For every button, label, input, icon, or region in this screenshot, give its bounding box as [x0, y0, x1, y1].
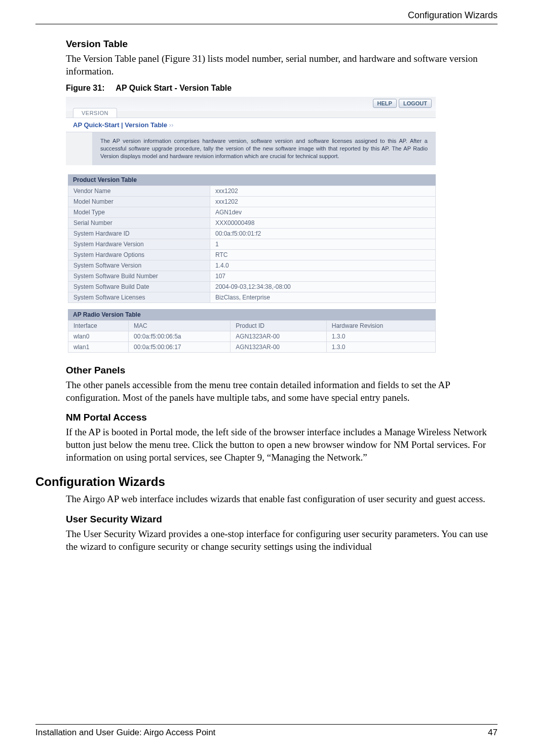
running-header: Configuration Wizards [35, 10, 498, 24]
rvt-header-interface: Interface [68, 320, 129, 331]
product-version-table: Vendor Namexxx1202Model Numberxxx1202Mod… [68, 185, 436, 303]
heading-other-panels: Other Panels [66, 365, 498, 376]
radio-version-table: Interface MAC Product ID Hardware Revisi… [68, 320, 436, 353]
rvt-cell-pid: AGN1323AR-00 [231, 342, 326, 352]
logout-button[interactable]: LOGOUT [399, 99, 432, 108]
table-row: System Hardware OptionsRTC [68, 249, 436, 260]
table-row: System Software LicensesBizClass, Enterp… [68, 292, 436, 303]
pvt-label: System Software Build Date [68, 281, 210, 292]
gap [66, 303, 436, 309]
pvt-label: System Software Build Number [68, 271, 210, 281]
pvt-label: Model Type [68, 207, 210, 217]
figure-number: Figure 31: [66, 84, 104, 92]
table-row: Model Numberxxx1202 [68, 196, 436, 207]
pvt-value: 1.4.0 [210, 260, 436, 271]
heading-configuration-wizards: Configuration Wizards [35, 475, 498, 489]
help-button[interactable]: HELP [373, 99, 397, 108]
table-row: System Software Build Date2004-09-03,12:… [68, 281, 436, 292]
para-other-panels: The other panels accessible from the men… [66, 379, 498, 404]
heading-nm-portal: NM Portal Access [66, 412, 498, 423]
table-row: wlan100:0a:f5:00:06:17AGN1323AR-001.3.0 [68, 342, 436, 352]
heading-version-table: Version Table [66, 39, 498, 50]
heading-user-security-wizard: User Security Wizard [66, 514, 498, 525]
rvt-header-mac: MAC [129, 320, 231, 331]
desc-left-gutter [66, 132, 92, 165]
pvt-value: 00:0a:f5:00:01:f2 [210, 228, 436, 239]
pvt-value: 1 [210, 239, 436, 249]
pvt-label: Vendor Name [68, 185, 210, 196]
table-row: Serial NumberXXX00000498 [68, 217, 436, 228]
product-version-table-title: Product Version Table [68, 174, 436, 185]
table-row: System Software Version1.4.0 [68, 260, 436, 271]
table-row: System Hardware Version1 [68, 239, 436, 249]
rvt-cell-mac: 00:0a:f5:00:06:17 [129, 342, 231, 352]
pvt-label: System Hardware Version [68, 239, 210, 249]
rvt-header-productid: Product ID [231, 320, 326, 331]
para-user-security-wizard: The User Security Wizard provides a one-… [66, 528, 498, 553]
table-row: System Hardware ID00:0a:f5:00:01:f2 [68, 228, 436, 239]
tab-version[interactable]: VERSION [73, 108, 117, 118]
pvt-label: Serial Number [68, 217, 210, 228]
para-configuration-wizards: The Airgo AP web interface includes wiza… [66, 493, 498, 506]
pvt-value: BizClass, Enterprise [210, 292, 436, 303]
figure-caption: Figure 31: AP Quick Start - Version Tabl… [66, 84, 498, 93]
table-row: wlan000:0a:f5:00:06:5aAGN1323AR-001.3.0 [68, 331, 436, 342]
figure-screenshot: HELP LOGOUT VERSION AP Quick-Start | Ver… [66, 97, 436, 353]
rvt-cell-pid: AGN1323AR-00 [231, 331, 326, 342]
pvt-label: System Hardware Options [68, 249, 210, 260]
rvt-cell-iface: wlan0 [68, 331, 129, 342]
rvt-header-hwrev: Hardware Revision [326, 320, 435, 331]
breadcrumb-arrows-icon: ›› [169, 121, 174, 129]
panel-description: The AP version information comprises har… [92, 132, 436, 165]
table-row: Model TypeAGN1dev [68, 207, 436, 217]
rvt-cell-mac: 00:0a:f5:00:06:5a [129, 331, 231, 342]
pvt-value: xxx1202 [210, 185, 436, 196]
table-row: Vendor Namexxx1202 [68, 185, 436, 196]
radio-version-table-title: AP Radio Version Table [68, 309, 436, 320]
table-row: System Software Build Number107 [68, 271, 436, 281]
pvt-value: 2004-09-03,12:34:38,-08:00 [210, 281, 436, 292]
pvt-label: System Software Version [68, 260, 210, 271]
pvt-value: xxx1202 [210, 196, 436, 207]
para-version-table: The Version Table panel (Figure 31) list… [66, 53, 498, 78]
page-footer: Installation and User Guide: Airgo Acces… [35, 724, 498, 738]
pvt-value: AGN1dev [210, 207, 436, 217]
footer-page-number: 47 [488, 728, 498, 738]
pvt-label: Model Number [68, 196, 210, 207]
pvt-label: System Software Licenses [68, 292, 210, 303]
breadcrumb-text: AP Quick-Start | Version Table [73, 121, 167, 129]
pvt-value: RTC [210, 249, 436, 260]
rvt-cell-iface: wlan1 [68, 342, 129, 352]
pvt-value: 107 [210, 271, 436, 281]
figure-title: AP Quick Start - Version Table [116, 84, 232, 92]
para-nm-portal: If the AP is booted in Portal mode, the … [66, 426, 498, 464]
pvt-value: XXX00000498 [210, 217, 436, 228]
gap [66, 165, 436, 174]
rvt-cell-hw: 1.3.0 [326, 331, 435, 342]
footer-title: Installation and User Guide: Airgo Acces… [35, 728, 215, 738]
rvt-cell-hw: 1.3.0 [326, 342, 435, 352]
pvt-label: System Hardware ID [68, 228, 210, 239]
breadcrumb: AP Quick-Start | Version Table ›› [66, 118, 436, 132]
